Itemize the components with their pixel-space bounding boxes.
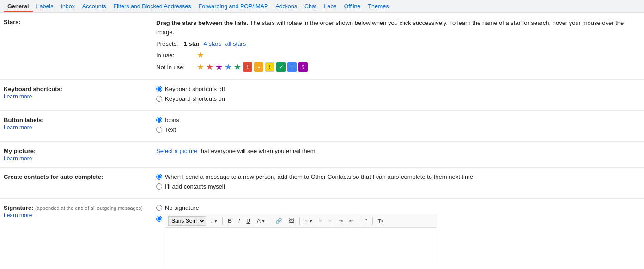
sig-toolbar: Sans Serif ↕ ▾ B I U A ▾ 🔗 🖼 ≡ ▾ ≡ <box>165 214 437 228</box>
my-picture-text: Select a picture that everyone will see … <box>156 147 317 154</box>
tab-general[interactable]: General <box>4 1 33 12</box>
keyboard-label-col: Keyboard shortcuts: Learn more <box>0 86 152 105</box>
create-contacts-setting-row: Create contacts for auto-complete: When … <box>0 168 644 199</box>
italic-btn[interactable]: I <box>236 217 242 225</box>
tab-themes[interactable]: Themes <box>364 1 392 12</box>
stars-label: Stars: <box>4 18 21 25</box>
keyboard-label: Keyboard shortcuts: <box>4 86 62 92</box>
button-text-option: Text <box>156 126 640 133</box>
button-labels-label: Button labels: <box>4 116 44 123</box>
stars-content-col: Drag the stars between the lists. The st… <box>152 18 644 74</box>
image-btn[interactable]: 🖼 <box>286 217 297 225</box>
badge-purple-question[interactable]: ? <box>298 62 308 72</box>
button-labels-learn-more[interactable]: Learn more <box>4 124 145 131</box>
preset-allstars[interactable]: all stars <box>225 40 246 47</box>
create-contacts-auto-label[interactable]: When I send a message to a new person, a… <box>165 173 473 180</box>
my-picture-content-col: Select a picture that everyone will see … <box>152 147 644 162</box>
settings-body: Stars: Drag the stars between the lists.… <box>0 13 644 269</box>
underline-btn[interactable]: U <box>244 217 253 225</box>
signature-label-col: Signature: (appended at the end of all o… <box>0 204 152 269</box>
button-labels-content-col: Icons Text <box>152 116 644 136</box>
toolbar-sep-4 <box>359 217 359 225</box>
my-picture-setting-row: My picture: Learn more Select a picture … <box>0 142 644 168</box>
signature-label: Signature: <box>4 204 33 211</box>
presets-row: Presets: 1 star 4 stars all stars <box>156 40 640 47</box>
tab-accounts[interactable]: Accounts <box>79 1 109 12</box>
tab-labs[interactable]: Labs <box>320 1 340 12</box>
star-orange-icon[interactable]: ★ <box>197 62 204 72</box>
tab-forwarding[interactable]: Forwarding and POP/IMAP <box>195 1 272 12</box>
preset-4stars[interactable]: 4 stars <box>203 40 221 47</box>
clear-formatting-btn[interactable]: Tx <box>376 217 385 225</box>
keyboard-learn-more[interactable]: Learn more <box>4 93 145 100</box>
star-purple-icon[interactable]: ★ <box>215 62 223 72</box>
unordered-list-btn[interactable]: ≡ <box>326 217 334 225</box>
custom-signature-radio[interactable] <box>156 216 162 222</box>
link-btn[interactable]: 🔗 <box>273 217 285 225</box>
button-text-radio[interactable] <box>156 127 162 133</box>
in-use-label: In use: <box>156 52 193 59</box>
font-select[interactable]: Sans Serif <box>168 216 206 226</box>
my-picture-learn-more[interactable]: Learn more <box>4 155 145 162</box>
stars-setting-row: Stars: Drag the stars between the lists.… <box>0 13 644 80</box>
not-in-use-row: Not in use: ★ ★ ★ ★ ★ ! » ! ✓ i ? <box>156 62 640 72</box>
star-red-icon[interactable]: ★ <box>206 62 213 72</box>
button-labels-setting-row: Button labels: Learn more Icons Text <box>0 111 644 142</box>
badge-blue-info[interactable]: i <box>287 62 297 72</box>
font-color-btn[interactable]: A ▾ <box>255 217 267 225</box>
toolbar-sep-5 <box>372 217 373 225</box>
badge-yellow-exclamation[interactable]: ! <box>265 62 274 72</box>
no-signature-label[interactable]: No signature <box>165 204 199 211</box>
tab-filters[interactable]: Filters and Blocked Addresses <box>109 1 194 12</box>
signature-editor: Sans Serif ↕ ▾ B I U A ▾ 🔗 🖼 ≡ ▾ ≡ <box>165 214 437 269</box>
my-picture-label: My picture: <box>4 147 36 154</box>
signature-editor-area[interactable] <box>165 228 437 269</box>
stars-description: Drag the stars between the lists. The st… <box>156 18 640 37</box>
button-icons-radio[interactable] <box>156 117 162 123</box>
badge-orange-arrow[interactable]: » <box>254 62 263 72</box>
ordered-list-btn[interactable]: ≡ <box>316 217 324 225</box>
create-contacts-auto-option: When I send a message to a new person, a… <box>156 173 640 180</box>
badge-red-exclamation[interactable]: ! <box>243 62 252 72</box>
button-text-label[interactable]: Text <box>165 126 176 133</box>
no-signature-radio[interactable] <box>156 205 162 211</box>
tab-offline[interactable]: Offline <box>340 1 364 12</box>
tab-addons[interactable]: Add-ons <box>272 1 301 12</box>
keyboard-on-label[interactable]: Keyboard shortcuts on <box>165 95 225 102</box>
tab-labels[interactable]: Labels <box>33 1 57 12</box>
nav-tabs: General Labels Inbox Accounts Filters an… <box>0 0 644 13</box>
signature-sublabel: (appended at the end of all outgoing mes… <box>35 205 143 211</box>
tab-chat[interactable]: Chat <box>301 1 320 12</box>
select-picture-link[interactable]: Select a picture <box>156 147 198 154</box>
toolbar-sep-2 <box>270 217 270 225</box>
create-contacts-manual-option: I'll add contacts myself <box>156 183 640 190</box>
indent-left-btn[interactable]: ⇤ <box>347 217 356 225</box>
tab-inbox[interactable]: Inbox <box>57 1 79 12</box>
create-contacts-manual-label[interactable]: I'll add contacts myself <box>165 183 225 190</box>
align-btn[interactable]: ≡ ▾ <box>303 217 315 225</box>
create-contacts-manual-radio[interactable] <box>156 183 162 190</box>
my-picture-text-after: that everyone will see when you email th… <box>198 147 317 154</box>
keyboard-on-radio[interactable] <box>156 96 162 102</box>
create-contacts-auto-radio[interactable] <box>156 174 162 180</box>
my-picture-label-col: My picture: Learn more <box>0 147 152 162</box>
no-signature-option: No signature <box>156 204 640 211</box>
keyboard-on-option: Keyboard shortcuts on <box>156 95 640 102</box>
stars-desc-bold: Drag the stars between the lists. <box>156 19 248 26</box>
preset-1star[interactable]: 1 star <box>184 40 200 47</box>
signature-setting-row: Signature: (appended at the end of all o… <box>0 199 644 269</box>
star-green-icon[interactable]: ★ <box>234 62 241 72</box>
blockquote-btn[interactable]: ❝ <box>362 217 370 225</box>
keyboard-off-radio[interactable] <box>156 86 162 92</box>
keyboard-off-label[interactable]: Keyboard shortcuts off <box>165 86 225 92</box>
star-blue-icon[interactable]: ★ <box>225 62 232 72</box>
font-size-btn[interactable]: ↕ ▾ <box>208 217 219 225</box>
create-contacts-label: Create contacts for auto-complete: <box>4 173 103 180</box>
signature-learn-more[interactable]: Learn more <box>4 212 145 219</box>
bold-btn[interactable]: B <box>225 217 234 225</box>
star-yellow-icon[interactable]: ★ <box>197 50 204 60</box>
button-icons-label[interactable]: Icons <box>165 116 179 123</box>
in-use-icons: ★ <box>197 50 204 60</box>
indent-right-btn[interactable]: ⇥ <box>336 217 345 225</box>
badge-green-checkmark[interactable]: ✓ <box>276 62 286 72</box>
